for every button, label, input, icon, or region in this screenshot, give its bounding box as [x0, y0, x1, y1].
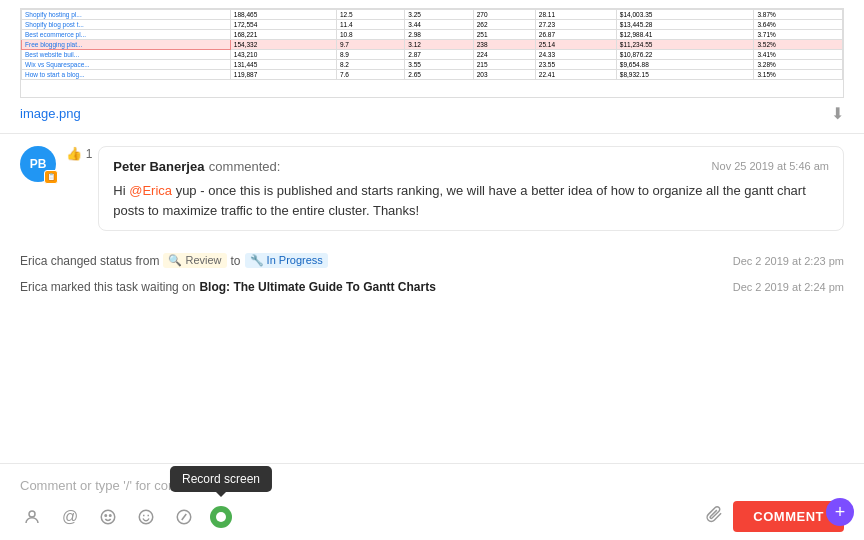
activity-timestamp-2: Dec 2 2019 at 2:24 pm: [733, 281, 844, 293]
plus-button[interactable]: +: [826, 498, 854, 526]
mention[interactable]: @Erica: [129, 183, 172, 198]
svg-point-3: [110, 514, 112, 516]
at-icon[interactable]: @: [58, 505, 82, 529]
comment-timestamp: Nov 25 2019 at 5:46 am: [712, 160, 829, 172]
svg-point-0: [29, 511, 35, 517]
record-screen-tooltip: Record screen: [170, 466, 272, 492]
commenter-name: Peter Banerjea: [113, 159, 204, 174]
emoji-smile-icon[interactable]: [96, 505, 120, 529]
comment-text: Hi @Erica yup - once this is published a…: [113, 181, 829, 220]
avatar-badge: 📋: [44, 170, 58, 184]
comment-bubble: Peter Banerjea commented: Nov 25 2019 at…: [98, 146, 844, 231]
comment-input-section: Comment or type '/' for commands @: [0, 463, 864, 540]
comment-toolbar: @: [20, 501, 844, 532]
person-icon[interactable]: [20, 505, 44, 529]
spreadsheet-preview: Shopify hosting pl...188,46512.53.252702…: [20, 8, 844, 98]
status-change-text-2: Erica marked this task waiting on Blog: …: [20, 280, 436, 294]
download-icon[interactable]: ⬇: [831, 104, 844, 123]
status-inprogress-badge: 🔧 In Progress: [245, 253, 328, 268]
svg-line-8: [182, 514, 187, 520]
comment-section: PB 📋 👍 1 Peter Banerjea commented: Nov 2…: [0, 134, 864, 243]
avatar: PB 📋: [20, 146, 56, 182]
main-container: Shopify hosting pl...188,46512.53.252702…: [0, 0, 864, 540]
image-filename[interactable]: image.png: [20, 106, 81, 121]
status-change-1: Erica changed status from 🔍 Review to 🔧 …: [20, 247, 844, 274]
toolbar-icons: @: [20, 505, 232, 529]
status-change-2: Erica marked this task waiting on Blog: …: [20, 274, 844, 300]
waiting-on-link[interactable]: Blog: The Ultimate Guide To Gantt Charts: [199, 280, 435, 294]
attach-icon[interactable]: [705, 505, 723, 528]
comment-item: PB 📋 👍 1 Peter Banerjea commented: Nov 2…: [20, 146, 844, 231]
screen-record-button[interactable]: [210, 506, 232, 528]
activity-timestamp-1: Dec 2 2019 at 2:23 pm: [733, 255, 844, 267]
image-section: Shopify hosting pl...188,46512.53.252702…: [0, 0, 864, 134]
comment-action-text: commented:: [209, 159, 281, 174]
svg-point-2: [105, 514, 107, 516]
status-change-text-1: Erica changed status from 🔍 Review to 🔧 …: [20, 253, 328, 268]
comment-placeholder[interactable]: Comment or type '/' for commands: [20, 474, 844, 501]
toolbar-right: COMMENT: [705, 501, 844, 532]
screen-record-inner: [216, 512, 226, 522]
slash-icon[interactable]: [172, 505, 196, 529]
svg-point-1: [101, 510, 115, 524]
comment-header: Peter Banerjea commented: Nov 25 2019 at…: [113, 157, 829, 175]
screen-record-container: Record screen: [210, 506, 232, 528]
like-button[interactable]: 👍 1: [66, 146, 92, 161]
emoji-icon[interactable]: [134, 505, 158, 529]
svg-point-4: [139, 510, 153, 524]
image-filename-row: image.png ⬇: [20, 104, 844, 123]
status-review-badge: 🔍 Review: [163, 253, 226, 268]
activity-section: Erica changed status from 🔍 Review to 🔧 …: [0, 243, 864, 304]
